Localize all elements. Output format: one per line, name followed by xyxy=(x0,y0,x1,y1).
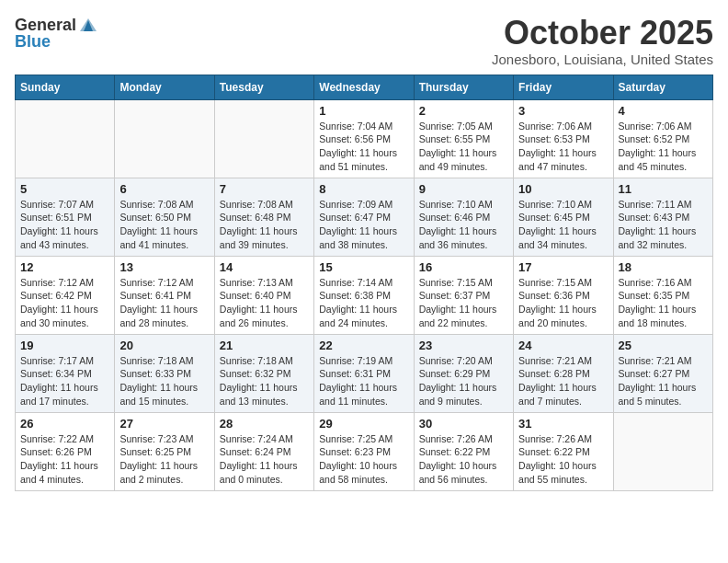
day-number: 15 xyxy=(319,260,408,274)
title-block: October 2025 Jonesboro, Louisiana, Unite… xyxy=(492,15,713,67)
day-number: 27 xyxy=(119,417,209,431)
day-number: 19 xyxy=(20,339,109,352)
day-info: Sunrise: 7:06 AM Sunset: 6:53 PM Dayligh… xyxy=(518,120,608,174)
calendar-cell: 13Sunrise: 7:12 AM Sunset: 6:41 PM Dayli… xyxy=(115,256,214,334)
day-info: Sunrise: 7:16 AM Sunset: 6:35 PM Dayligh… xyxy=(619,276,708,330)
day-number: 14 xyxy=(220,260,309,274)
day-number: 9 xyxy=(419,182,508,196)
day-info: Sunrise: 7:11 AM Sunset: 6:43 PM Dayligh… xyxy=(619,198,708,252)
day-info: Sunrise: 7:08 AM Sunset: 6:50 PM Dayligh… xyxy=(119,198,209,252)
calendar-cell: 31Sunrise: 7:26 AM Sunset: 6:22 PM Dayli… xyxy=(514,412,613,490)
calendar-cell: 20Sunrise: 7:18 AM Sunset: 6:33 PM Dayli… xyxy=(115,334,214,412)
day-number: 24 xyxy=(518,339,608,352)
day-info: Sunrise: 7:25 AM Sunset: 6:23 PM Dayligh… xyxy=(319,432,408,487)
day-info: Sunrise: 7:12 AM Sunset: 6:42 PM Dayligh… xyxy=(20,276,109,330)
day-number: 1 xyxy=(319,104,408,118)
calendar-header-row: SundayMondayTuesdayWednesdayThursdayFrid… xyxy=(16,75,713,99)
calendar-cell: 11Sunrise: 7:11 AM Sunset: 6:43 PM Dayli… xyxy=(613,178,712,256)
day-info: Sunrise: 7:15 AM Sunset: 6:36 PM Dayligh… xyxy=(518,276,608,330)
calendar-cell: 28Sunrise: 7:24 AM Sunset: 6:24 PM Dayli… xyxy=(214,412,313,490)
column-header-saturday: Saturday xyxy=(613,75,712,99)
calendar-cell: 4Sunrise: 7:06 AM Sunset: 6:52 PM Daylig… xyxy=(613,99,712,178)
day-info: Sunrise: 7:22 AM Sunset: 6:26 PM Dayligh… xyxy=(20,432,109,487)
column-header-wednesday: Wednesday xyxy=(314,75,414,99)
day-number: 23 xyxy=(419,339,508,352)
day-info: Sunrise: 7:05 AM Sunset: 6:55 PM Dayligh… xyxy=(419,120,508,174)
location-subtitle: Jonesboro, Louisiana, United States xyxy=(492,52,713,67)
day-info: Sunrise: 7:14 AM Sunset: 6:38 PM Dayligh… xyxy=(319,276,408,330)
calendar-cell: 22Sunrise: 7:19 AM Sunset: 6:31 PM Dayli… xyxy=(314,334,414,412)
calendar-cell: 10Sunrise: 7:10 AM Sunset: 6:45 PM Dayli… xyxy=(514,178,613,256)
calendar-cell: 25Sunrise: 7:21 AM Sunset: 6:27 PM Dayli… xyxy=(613,334,712,412)
calendar-cell: 29Sunrise: 7:25 AM Sunset: 6:23 PM Dayli… xyxy=(314,412,414,490)
day-number: 28 xyxy=(220,417,309,431)
day-number: 12 xyxy=(20,260,109,274)
day-info: Sunrise: 7:12 AM Sunset: 6:41 PM Dayligh… xyxy=(119,276,209,330)
day-number: 3 xyxy=(518,104,608,118)
calendar-week-row: 5Sunrise: 7:07 AM Sunset: 6:51 PM Daylig… xyxy=(16,178,713,256)
day-info: Sunrise: 7:26 AM Sunset: 6:22 PM Dayligh… xyxy=(419,432,508,487)
calendar-cell: 6Sunrise: 7:08 AM Sunset: 6:50 PM Daylig… xyxy=(115,178,214,256)
day-number: 22 xyxy=(319,339,408,352)
day-number: 4 xyxy=(619,104,708,118)
calendar-cell: 2Sunrise: 7:05 AM Sunset: 6:55 PM Daylig… xyxy=(414,99,513,178)
calendar-cell: 16Sunrise: 7:15 AM Sunset: 6:37 PM Dayli… xyxy=(414,256,513,334)
calendar-cell: 5Sunrise: 7:07 AM Sunset: 6:51 PM Daylig… xyxy=(16,178,115,256)
calendar-cell: 23Sunrise: 7:20 AM Sunset: 6:29 PM Dayli… xyxy=(414,334,513,412)
day-info: Sunrise: 7:09 AM Sunset: 6:47 PM Dayligh… xyxy=(319,198,408,252)
calendar-cell: 7Sunrise: 7:08 AM Sunset: 6:48 PM Daylig… xyxy=(214,178,313,256)
calendar-cell: 19Sunrise: 7:17 AM Sunset: 6:34 PM Dayli… xyxy=(16,334,115,412)
day-info: Sunrise: 7:19 AM Sunset: 6:31 PM Dayligh… xyxy=(319,354,408,408)
day-number: 10 xyxy=(518,182,608,196)
calendar-cell: 26Sunrise: 7:22 AM Sunset: 6:26 PM Dayli… xyxy=(16,412,115,490)
day-number: 21 xyxy=(220,339,309,352)
day-number: 6 xyxy=(119,182,209,196)
day-number: 5 xyxy=(20,182,109,196)
day-number: 29 xyxy=(319,417,408,431)
calendar-week-row: 12Sunrise: 7:12 AM Sunset: 6:42 PM Dayli… xyxy=(16,256,713,334)
day-number: 8 xyxy=(319,182,408,196)
column-header-sunday: Sunday xyxy=(16,75,115,99)
column-header-friday: Friday xyxy=(514,75,613,99)
calendar-week-row: 19Sunrise: 7:17 AM Sunset: 6:34 PM Dayli… xyxy=(16,334,713,412)
day-info: Sunrise: 7:06 AM Sunset: 6:52 PM Dayligh… xyxy=(619,120,708,174)
day-info: Sunrise: 7:24 AM Sunset: 6:24 PM Dayligh… xyxy=(220,432,309,487)
calendar-cell: 9Sunrise: 7:10 AM Sunset: 6:46 PM Daylig… xyxy=(414,178,513,256)
calendar-table: SundayMondayTuesdayWednesdayThursdayFrid… xyxy=(15,75,713,491)
day-info: Sunrise: 7:23 AM Sunset: 6:25 PM Dayligh… xyxy=(119,432,209,487)
calendar-cell xyxy=(16,99,115,178)
day-info: Sunrise: 7:20 AM Sunset: 6:29 PM Dayligh… xyxy=(419,354,508,408)
day-number: 25 xyxy=(619,339,708,352)
day-info: Sunrise: 7:10 AM Sunset: 6:46 PM Dayligh… xyxy=(419,198,508,252)
day-info: Sunrise: 7:21 AM Sunset: 6:27 PM Dayligh… xyxy=(619,354,708,408)
day-number: 17 xyxy=(518,260,608,274)
calendar-cell: 17Sunrise: 7:15 AM Sunset: 6:36 PM Dayli… xyxy=(514,256,613,334)
day-info: Sunrise: 7:13 AM Sunset: 6:40 PM Dayligh… xyxy=(220,276,309,330)
day-number: 26 xyxy=(20,417,109,431)
day-info: Sunrise: 7:07 AM Sunset: 6:51 PM Dayligh… xyxy=(20,198,109,252)
day-number: 2 xyxy=(419,104,508,118)
calendar-cell: 30Sunrise: 7:26 AM Sunset: 6:22 PM Dayli… xyxy=(414,412,513,490)
calendar-cell xyxy=(115,99,214,178)
calendar-week-row: 26Sunrise: 7:22 AM Sunset: 6:26 PM Dayli… xyxy=(16,412,713,490)
calendar-cell: 3Sunrise: 7:06 AM Sunset: 6:53 PM Daylig… xyxy=(514,99,613,178)
day-info: Sunrise: 7:26 AM Sunset: 6:22 PM Dayligh… xyxy=(518,432,608,487)
calendar-cell: 15Sunrise: 7:14 AM Sunset: 6:38 PM Dayli… xyxy=(314,256,414,334)
calendar-cell: 14Sunrise: 7:13 AM Sunset: 6:40 PM Dayli… xyxy=(214,256,313,334)
day-info: Sunrise: 7:18 AM Sunset: 6:32 PM Dayligh… xyxy=(220,354,309,408)
day-info: Sunrise: 7:21 AM Sunset: 6:28 PM Dayligh… xyxy=(518,354,608,408)
day-info: Sunrise: 7:10 AM Sunset: 6:45 PM Dayligh… xyxy=(518,198,608,252)
day-number: 11 xyxy=(619,182,708,196)
day-info: Sunrise: 7:04 AM Sunset: 6:56 PM Dayligh… xyxy=(319,120,408,174)
calendar-cell: 24Sunrise: 7:21 AM Sunset: 6:28 PM Dayli… xyxy=(514,334,613,412)
day-info: Sunrise: 7:15 AM Sunset: 6:37 PM Dayligh… xyxy=(419,276,508,330)
logo-blue-text: Blue xyxy=(15,33,98,50)
day-number: 13 xyxy=(119,260,209,274)
logo-general-text: General xyxy=(15,17,76,33)
day-number: 31 xyxy=(518,417,608,431)
day-info: Sunrise: 7:18 AM Sunset: 6:33 PM Dayligh… xyxy=(119,354,209,408)
calendar-cell: 27Sunrise: 7:23 AM Sunset: 6:25 PM Dayli… xyxy=(115,412,214,490)
calendar-cell: 8Sunrise: 7:09 AM Sunset: 6:47 PM Daylig… xyxy=(314,178,414,256)
calendar-cell: 21Sunrise: 7:18 AM Sunset: 6:32 PM Dayli… xyxy=(214,334,313,412)
calendar-cell: 18Sunrise: 7:16 AM Sunset: 6:35 PM Dayli… xyxy=(613,256,712,334)
